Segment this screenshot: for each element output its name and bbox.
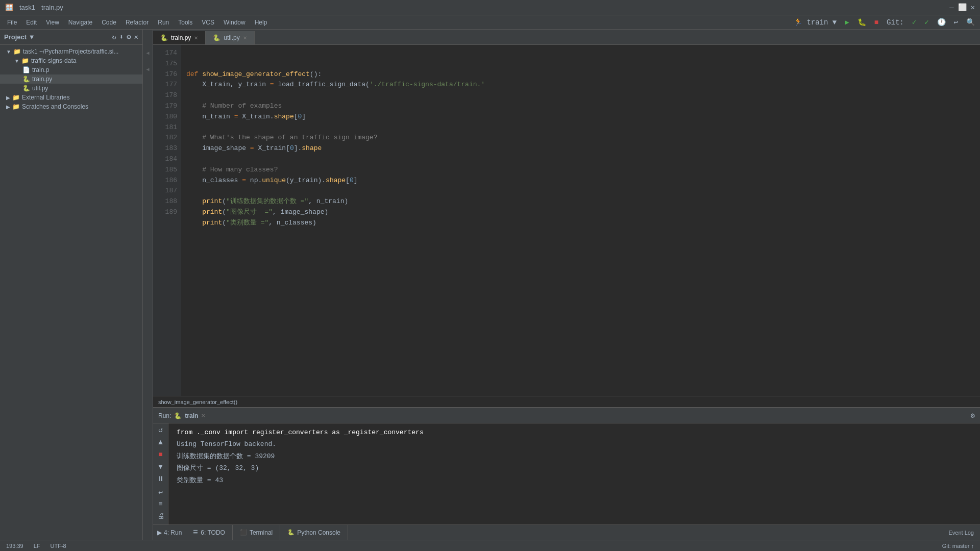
run-filter-btn[interactable]: ≡: [158, 500, 162, 508]
folder-icon-scratches: 📁: [12, 103, 20, 110]
tab-todo[interactable]: ☰ 6: TODO: [186, 525, 233, 540]
stop-button[interactable]: ■: [872, 17, 880, 28]
nav-tools[interactable]: Tools: [174, 18, 197, 27]
nav-vcs[interactable]: VCS: [198, 18, 218, 27]
sidebar-item-label-external: External Libraries: [22, 94, 69, 101]
tab-close-util[interactable]: ✕: [243, 35, 247, 41]
sidebar-item-task1[interactable]: ▼ 📁 task1 ~/PycharmProjects/traffic.si..…: [0, 47, 142, 56]
status-lf: LF: [34, 543, 40, 549]
window-icon: 🪟: [5, 4, 13, 12]
file-icon-util-py: 🐍: [22, 85, 30, 92]
run-output: from ._conv import register_converters a…: [168, 423, 980, 524]
sidebar-item-label-train-py: train.py: [32, 76, 52, 83]
output-line-5: 类别数量 = 43: [177, 474, 972, 486]
sidebar-item-label-scratches: Scratches and Consoles: [22, 103, 88, 110]
run-side-icons: ↺ ▲ ■ ▼ ⏸ ↵ ≡ 🖨 📌 🗑: [153, 423, 168, 524]
code-editor: 174 175 176 177 178 179 180 181 182 183 …: [153, 45, 980, 396]
main-area: Project ▼ ↻ ⬍ ⚙ ✕ ▼ 📁 task1 ~/PycharmPro…: [0, 30, 980, 540]
tab-icon-train: 🐍: [160, 34, 168, 41]
gutter-icon-2: ◀: [146, 66, 149, 72]
search-everywhere[interactable]: 🔍: [964, 17, 977, 28]
nav-navigate[interactable]: Navigate: [64, 18, 96, 27]
nav-help[interactable]: Help: [251, 18, 272, 27]
sidebar-item-util-py[interactable]: 🐍 util.py: [0, 84, 142, 93]
python-console-icon: 🐍: [287, 529, 295, 536]
sidebar-item-label-util-py: util.py: [32, 85, 48, 92]
tab-util-py[interactable]: 🐍 util.py ✕: [206, 31, 254, 44]
run-scroll-down-btn[interactable]: ▼: [158, 463, 162, 471]
tab-terminal[interactable]: ⬛ Terminal: [233, 525, 280, 540]
terminal-label: Terminal: [250, 529, 273, 536]
run-button[interactable]: ▶: [843, 17, 851, 28]
bottom-right-section: Event Log: [942, 530, 980, 536]
breadcrumb: show_image_generator_effect(): [153, 396, 980, 407]
run-stop-btn[interactable]: ■: [158, 450, 162, 459]
event-log-link[interactable]: Event Log: [948, 530, 974, 536]
gutter-icon-1: ◀: [146, 50, 149, 56]
code-content[interactable]: def show_image_generator_effect(): X_tra…: [181, 45, 980, 396]
sidebar-close-btn[interactable]: ✕: [134, 33, 138, 41]
window-controls: — ⬜ ✕: [949, 3, 975, 12]
nav-view[interactable]: View: [42, 18, 63, 27]
sidebar-item-traffic-signs[interactable]: ▼ 📁 traffic-signs-data: [0, 56, 142, 65]
editor-area: 🐍 train.py ✕ 🐍 util.py ✕ 174 175 176 177…: [153, 30, 980, 540]
run-pause-btn[interactable]: ⏸: [157, 475, 164, 483]
git-undo[interactable]: ↩: [952, 17, 960, 28]
run-softwrap-btn[interactable]: ↵: [158, 487, 162, 496]
git-check2[interactable]: ✓: [922, 17, 930, 28]
tab-label-util: util.py: [224, 34, 239, 41]
line-numbers: 174 175 176 177 178 179 180 181 182 183 …: [153, 45, 181, 396]
sidebar-item-label-traffic: traffic-signs-data: [31, 57, 76, 64]
expand-arrow-traffic: ▼: [14, 58, 19, 64]
nav-window[interactable]: Window: [219, 18, 250, 27]
folder-icon-traffic: 📁: [21, 57, 29, 64]
git-check1[interactable]: ✓: [910, 17, 918, 28]
nav-code[interactable]: Code: [97, 18, 120, 27]
status-encoding: UTF-8: [51, 543, 66, 549]
run-play-label: 4: Run: [164, 529, 182, 536]
git-label: Git:: [885, 17, 906, 28]
run-toolbar: Run: 🐍 train ✕ ⚙: [153, 408, 980, 423]
sidebar-item-train-py[interactable]: 🐍 train.py: [0, 74, 142, 84]
tab-close-train[interactable]: ✕: [194, 35, 198, 41]
run-label: Run:: [158, 412, 171, 419]
sidebar: Project ▼ ↻ ⬍ ⚙ ✕ ▼ 📁 task1 ~/PycharmPro…: [0, 30, 143, 540]
nav-edit[interactable]: Edit: [22, 18, 41, 27]
folder-icon-external: 📁: [12, 94, 20, 101]
output-line-2: Using TensorFlow backend.: [177, 438, 972, 450]
run-print-btn[interactable]: 🖨: [157, 512, 164, 520]
title-task: task1: [19, 4, 35, 11]
run-scroll-up-btn[interactable]: ▲: [158, 438, 162, 446]
editor-tabs: 🐍 train.py ✕ 🐍 util.py ✕: [153, 30, 980, 45]
status-position: 193:39: [6, 543, 23, 549]
output-line-4: 图像尺寸 = (32, 32, 3): [177, 462, 972, 474]
sidebar-item-external[interactable]: ▶ 📁 External Libraries: [0, 93, 142, 102]
run-settings-icon[interactable]: ⚙: [971, 412, 975, 420]
run-play-icon: ▶: [157, 529, 162, 536]
sidebar-collapse-btn[interactable]: ⬍: [119, 33, 124, 41]
sidebar-item-label-train-p: train.p: [32, 66, 49, 73]
run-config-dropdown[interactable]: 🏃 train ▼: [792, 17, 839, 28]
sidebar-content: ▼ 📁 task1 ~/PycharmProjects/traffic.si..…: [0, 45, 142, 540]
sidebar-toolbar: Project ▼ ↻ ⬍ ⚙ ✕: [0, 30, 142, 45]
git-clock[interactable]: 🕐: [935, 17, 948, 28]
nav-right-section: 🏃 train ▼ ▶ 🐛 ■ Git: ✓ ✓ 🕐 ↩ 🔍: [792, 17, 977, 28]
expand-arrow-external: ▶: [6, 95, 10, 101]
sidebar-item-train-p[interactable]: 📄 train.p: [0, 65, 142, 74]
debug-button[interactable]: 🐛: [855, 17, 868, 28]
sidebar-item-scratches[interactable]: ▶ 📁 Scratches and Consoles: [0, 102, 142, 111]
nav-file[interactable]: File: [3, 18, 21, 27]
tab-python-console[interactable]: 🐍 Python Console: [280, 525, 348, 540]
title-bar: 🪟 task1 train.py — ⬜ ✕: [0, 0, 980, 15]
nav-refactor[interactable]: Refactor: [121, 18, 153, 27]
todo-icon: ☰: [193, 529, 198, 536]
bottom-run-btn[interactable]: ▶ 4: Run: [153, 528, 186, 537]
nav-run[interactable]: Run: [154, 18, 173, 27]
sidebar-settings-btn[interactable]: ⚙: [127, 33, 131, 41]
run-toolbar-left: Run: 🐍 train ✕: [158, 412, 205, 419]
tab-train-py[interactable]: 🐍 train.py ✕: [153, 31, 206, 44]
file-icon-train-py: 🐍: [22, 76, 30, 83]
run-close-btn[interactable]: ✕: [201, 413, 205, 418]
run-restart-btn[interactable]: ↺: [158, 425, 162, 434]
sidebar-sync-btn[interactable]: ↻: [112, 33, 116, 41]
